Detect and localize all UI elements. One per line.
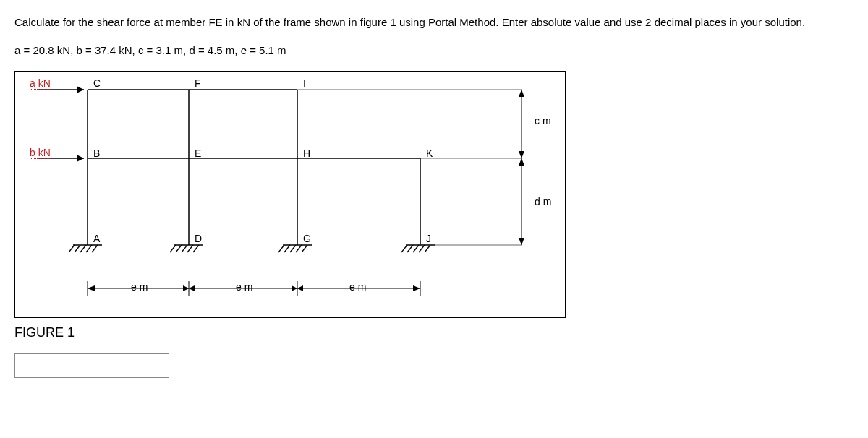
svg-line-25 bbox=[401, 245, 407, 252]
svg-marker-49 bbox=[519, 158, 524, 166]
load-b-label: b kN bbox=[30, 147, 51, 159]
svg-line-10 bbox=[86, 245, 92, 252]
joint-c: C bbox=[93, 77, 101, 89]
svg-marker-38 bbox=[292, 285, 297, 291]
joint-j: J bbox=[426, 233, 431, 244]
joint-k: K bbox=[426, 147, 433, 159]
joint-b: B bbox=[93, 147, 100, 159]
dim-top-story: c m bbox=[535, 115, 551, 126]
svg-marker-31 bbox=[77, 86, 84, 93]
joint-f: F bbox=[195, 77, 201, 89]
joint-g: G bbox=[303, 233, 311, 244]
dim-bay1: e m bbox=[131, 281, 148, 293]
load-a-label: a kN bbox=[30, 77, 51, 90]
svg-marker-46 bbox=[519, 90, 524, 97]
svg-line-22 bbox=[296, 245, 302, 252]
dim-bay2: e m bbox=[236, 281, 252, 293]
svg-marker-39 bbox=[297, 285, 303, 291]
svg-marker-37 bbox=[189, 285, 195, 291]
joint-a: A bbox=[93, 233, 100, 244]
joint-d: D bbox=[195, 233, 202, 244]
svg-line-15 bbox=[182, 245, 187, 252]
svg-line-27 bbox=[413, 245, 419, 252]
svg-line-21 bbox=[290, 245, 296, 252]
svg-line-20 bbox=[284, 245, 290, 252]
svg-line-19 bbox=[278, 245, 284, 252]
param-line: a = 20.8 kN, b = 37.4 kN, c = 3.1 m, d =… bbox=[14, 44, 854, 56]
svg-line-14 bbox=[176, 245, 182, 252]
svg-marker-33 bbox=[77, 155, 84, 162]
joint-e: E bbox=[195, 147, 201, 159]
svg-line-23 bbox=[302, 245, 307, 252]
svg-line-26 bbox=[407, 245, 413, 252]
svg-line-11 bbox=[92, 245, 98, 252]
svg-line-16 bbox=[187, 245, 193, 252]
dim-bay3: e m bbox=[349, 281, 366, 293]
frame-diagram bbox=[15, 72, 565, 317]
dim-bot-story: d m bbox=[535, 196, 551, 207]
problem-text: Calculate for the shear force at member … bbox=[14, 14, 854, 30]
svg-marker-40 bbox=[413, 285, 420, 291]
figure-1: a kN b kN C F I B E H K A D G J e m e m … bbox=[14, 71, 566, 318]
joint-i: I bbox=[303, 77, 306, 89]
svg-line-28 bbox=[419, 245, 425, 252]
svg-marker-50 bbox=[519, 238, 524, 245]
svg-marker-47 bbox=[519, 151, 524, 158]
svg-marker-35 bbox=[88, 285, 95, 291]
svg-line-9 bbox=[80, 245, 86, 252]
svg-marker-36 bbox=[183, 285, 189, 291]
figure-caption: FIGURE 1 bbox=[14, 325, 854, 340]
svg-line-7 bbox=[69, 245, 75, 252]
svg-line-13 bbox=[170, 245, 176, 252]
answer-input[interactable] bbox=[14, 353, 169, 378]
svg-line-29 bbox=[425, 245, 430, 252]
svg-line-17 bbox=[193, 245, 199, 252]
joint-h: H bbox=[303, 147, 310, 159]
svg-line-8 bbox=[75, 245, 80, 252]
